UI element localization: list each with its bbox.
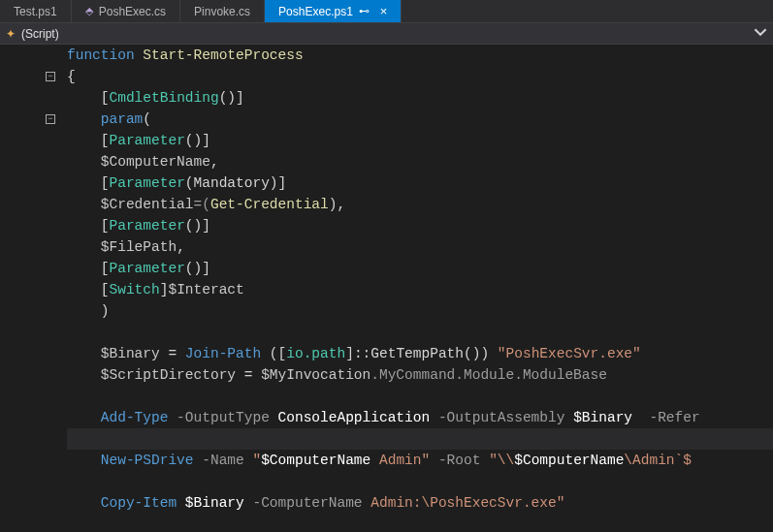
- code-line: [CmdletBinding()]: [67, 87, 773, 109]
- code-line: [Switch]$Interact: [67, 279, 773, 300]
- gutter: − −: [0, 45, 63, 532]
- dropdown-icon[interactable]: [754, 25, 767, 42]
- code-editor[interactable]: − − function Start-RemoteProcess { [Cmdl…: [0, 45, 773, 532]
- code-line: [67, 471, 773, 492]
- tab-poshexec-cs[interactable]: ⬘PoshExec.cs: [72, 0, 180, 22]
- script-icon: ✦: [6, 27, 16, 41]
- code-line: {: [67, 66, 773, 87]
- navigation-bar: ✦ (Script): [0, 23, 773, 45]
- code-line: $Credential=(Get-Credential),: [67, 194, 773, 215]
- code-line: $ScriptDirectory = $MyInvocation.MyComma…: [67, 364, 773, 386]
- code-line: Add-Type -OutputType ConsoleApplication …: [67, 407, 773, 428]
- code-line: [Parameter(Mandatory)]: [67, 172, 773, 194]
- tab-test-ps1[interactable]: Test.ps1: [0, 0, 72, 22]
- code-line: param(: [67, 109, 773, 130]
- code-line: [Parameter()]: [67, 215, 773, 236]
- tab-pinvoke-cs[interactable]: Pinvoke.cs: [180, 0, 265, 22]
- tab-poshexec-ps1[interactable]: PoshExec.ps1⊷×: [265, 0, 402, 22]
- code-line-current: [67, 428, 773, 450]
- code-area[interactable]: function Start-RemoteProcess { [CmdletBi…: [63, 45, 773, 532]
- code-line: Copy-Item $Binary -ComputerName Admin:\P…: [67, 492, 773, 514]
- code-line: [67, 322, 773, 343]
- code-line: function Start-RemoteProcess: [67, 45, 773, 66]
- script-scope-label[interactable]: (Script): [21, 27, 59, 41]
- code-line: [67, 386, 773, 407]
- code-line: $Binary = Join-Path ([io.path]::GetTempP…: [67, 343, 773, 364]
- tab-bar: Test.ps1 ⬘PoshExec.cs Pinvoke.cs PoshExe…: [0, 0, 773, 23]
- close-icon[interactable]: ×: [380, 4, 388, 18]
- fold-toggle-icon[interactable]: −: [46, 114, 55, 124]
- code-line: $ComputerName,: [67, 151, 773, 172]
- pin-icon[interactable]: ⊷: [359, 5, 370, 17]
- code-line: $FilePath,: [67, 236, 773, 258]
- code-line: [Parameter()]: [67, 258, 773, 279]
- code-line: [Parameter()]: [67, 130, 773, 151]
- code-line: ): [67, 300, 773, 322]
- fold-toggle-icon[interactable]: −: [46, 72, 55, 81]
- code-line: New-PSDrive -Name "$ComputerName Admin" …: [67, 450, 773, 471]
- csharp-file-icon: ⬘: [85, 5, 93, 17]
